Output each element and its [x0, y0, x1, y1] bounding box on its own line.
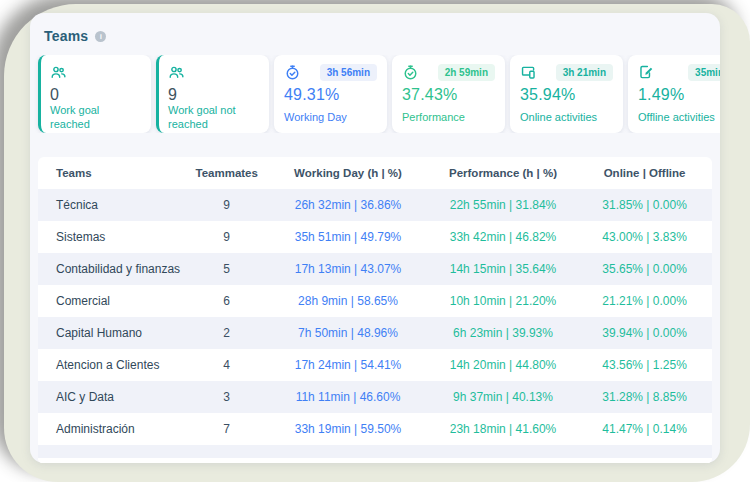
card-label: Working Day	[284, 111, 377, 125]
team-name: AIC y Data	[38, 381, 186, 413]
page-title: Teams	[44, 28, 88, 44]
card-working-day[interactable]: 3h 56min 49.31% Working Day	[274, 55, 387, 133]
table-row[interactable]: Administración 7 33h 19min | 59.50% 23h …	[38, 413, 712, 445]
table-header-row: Teams Teammates Working Day (h | %) Perf…	[38, 157, 712, 189]
card-label: Online activities	[520, 111, 613, 125]
team-name: Administración	[38, 413, 186, 445]
online-offline-value: 41.47% | 0.14%	[577, 413, 712, 445]
card-badge: 3h 56min	[320, 64, 377, 81]
table-row[interactable]: Capital Humano 2 7h 50min | 48.96% 6h 23…	[38, 317, 712, 349]
card-top	[50, 64, 141, 81]
card-value: 49.31%	[284, 86, 377, 104]
table-row[interactable]: Sistemas 9 35h 51min | 49.79% 33h 42min …	[38, 221, 712, 253]
online-offline-value: 39.94% | 0.00%	[577, 317, 712, 349]
card-value: 35.94%	[520, 86, 613, 104]
card-value: 1.49%	[638, 86, 720, 104]
performance-value: 33h 42min | 46.82%	[429, 221, 577, 253]
working-day-value: 17h 13min | 43.07%	[267, 253, 429, 285]
card-top	[168, 64, 259, 81]
team-name: Atencion a Clientes	[38, 349, 186, 381]
team-name: Comercial	[38, 285, 186, 317]
performance-value: 23h 18min | 41.60%	[429, 413, 577, 445]
card-offline-activities[interactable]: 35min 1.49% Offline activities	[628, 55, 720, 133]
card-label: Offline activities	[638, 111, 720, 125]
performance-value: 10h 10min | 21.20%	[429, 285, 577, 317]
card-performance[interactable]: 2h 59min 37.43% Performance	[392, 55, 505, 133]
column-header-working-day: Working Day (h | %)	[267, 157, 429, 189]
online-offline-value: 31.85% | 0.00%	[577, 189, 712, 221]
working-day-value: 7h 50min | 48.96%	[267, 317, 429, 349]
teammates-count: 2	[186, 317, 267, 349]
card-top: 2h 59min	[402, 64, 495, 81]
team-name: Técnica	[38, 189, 186, 221]
teammates-count: 6	[186, 285, 267, 317]
users-icon	[50, 64, 67, 81]
table-row[interactable]: AIC y Data 3 11h 11min | 46.60% 9h 37min…	[38, 381, 712, 413]
team-name: Contabilidad y finanzas	[38, 253, 186, 285]
stopwatch-icon	[284, 64, 301, 81]
teams-panel: Teams 0 Work goal reached	[30, 13, 720, 463]
card-badge: 35min	[688, 64, 720, 81]
table-row[interactable]: Comercial 6 28h 9min | 58.65% 10h 10min …	[38, 285, 712, 317]
card-top: 35min	[638, 64, 720, 81]
card-label: Work goal reached	[50, 104, 141, 132]
card-work-goal-reached[interactable]: 0 Work goal reached	[38, 55, 151, 133]
teammates-count: 7	[186, 413, 267, 445]
panel-header: Teams	[30, 13, 720, 55]
devices-icon	[520, 64, 537, 81]
column-header-performance: Performance (h | %)	[429, 157, 577, 189]
online-offline-value: 21.21% | 0.00%	[577, 285, 712, 317]
performance-value: 6h 23min | 39.93%	[429, 317, 577, 349]
card-top: 3h 56min	[284, 64, 377, 81]
screenshot-stage: Teams 0 Work goal reached	[0, 0, 750, 482]
teammates-count: 9	[186, 189, 267, 221]
stopwatch-icon	[402, 64, 419, 81]
table-row[interactable]: Técnica 9 26h 32min | 36.86% 22h 55min |…	[38, 189, 712, 221]
summary-cards-row: 0 Work goal reached 9 Work goal not reac…	[30, 55, 720, 133]
teammates-count: 9	[186, 221, 267, 253]
card-label: Performance	[402, 111, 495, 125]
team-name: Capital Humano	[38, 317, 186, 349]
teammates-count: 5	[186, 253, 267, 285]
info-icon[interactable]	[95, 31, 106, 42]
working-day-value: 17h 24min | 54.41%	[267, 349, 429, 381]
online-offline-value: 43.56% | 1.25%	[577, 349, 712, 381]
card-value: 37.43%	[402, 86, 495, 104]
card-top: 3h 21min	[520, 64, 613, 81]
working-day-value: 26h 32min | 36.86%	[267, 189, 429, 221]
working-day-value: 33h 19min | 59.50%	[267, 413, 429, 445]
performance-value: 14h 20min | 44.80%	[429, 349, 577, 381]
teammates-count: 3	[186, 381, 267, 413]
partial-next-row	[38, 445, 712, 458]
working-day-value: 11h 11min | 46.60%	[267, 381, 429, 413]
card-badge: 3h 21min	[556, 64, 613, 81]
teams-table: Teams Teammates Working Day (h | %) Perf…	[38, 157, 712, 463]
column-header-online-offline: Online | Offline	[577, 157, 712, 189]
card-label: Work goal not reached	[168, 104, 259, 132]
card-badge: 2h 59min	[438, 64, 495, 81]
table-row[interactable]: Contabilidad y finanzas 5 17h 13min | 43…	[38, 253, 712, 285]
performance-value: 14h 15min | 35.64%	[429, 253, 577, 285]
performance-value: 9h 37min | 40.13%	[429, 381, 577, 413]
teammates-count: 4	[186, 349, 267, 381]
working-day-value: 35h 51min | 49.79%	[267, 221, 429, 253]
online-offline-value: 35.65% | 0.00%	[577, 253, 712, 285]
card-work-goal-not-reached[interactable]: 9 Work goal not reached	[156, 55, 269, 133]
note-pen-icon	[638, 64, 655, 81]
users-icon	[168, 64, 185, 81]
table-bottom-spacer	[38, 458, 712, 463]
column-header-teams: Teams	[38, 157, 186, 189]
online-offline-value: 43.00% | 3.83%	[577, 221, 712, 253]
column-header-teammates: Teammates	[186, 157, 267, 189]
team-name: Sistemas	[38, 221, 186, 253]
performance-value: 22h 55min | 31.84%	[429, 189, 577, 221]
card-value: 9	[168, 86, 259, 104]
working-day-value: 28h 9min | 58.65%	[267, 285, 429, 317]
card-online-activities[interactable]: 3h 21min 35.94% Online activities	[510, 55, 623, 133]
card-value: 0	[50, 86, 141, 104]
table-row[interactable]: Atencion a Clientes 4 17h 24min | 54.41%…	[38, 349, 712, 381]
online-offline-value: 31.28% | 8.85%	[577, 381, 712, 413]
